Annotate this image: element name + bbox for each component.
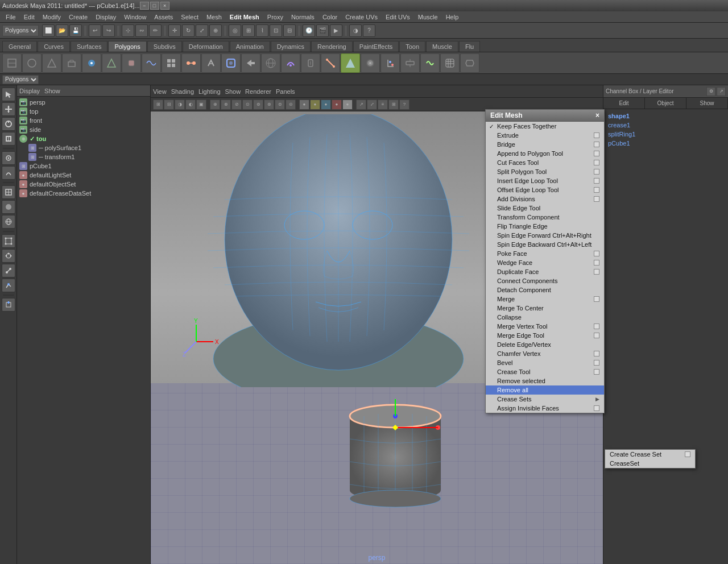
edit-mesh-item-8[interactable]: Add Divisions	[486, 194, 604, 204]
vp-btn-23[interactable]: ?	[399, 99, 410, 110]
vp-btn-10[interactable]: ⊚	[253, 99, 263, 110]
edit-mesh-item-0[interactable]: Keep Faces Together	[486, 122, 604, 131]
shelf-icon-4[interactable]	[62, 53, 81, 73]
lasso-button[interactable]: ∾	[135, 24, 148, 37]
vp-btn-22[interactable]: ⊞	[388, 99, 399, 110]
vp-renderer[interactable]: Renderer	[245, 88, 271, 95]
vp-btn-17[interactable]: ●	[332, 99, 342, 110]
edit-mesh-item-23[interactable]: Merge Edge Tool	[486, 331, 604, 340]
shelf-tab-painteffects[interactable]: PaintEffects	[353, 41, 399, 52]
edit-mesh-item-26[interactable]: Bevel	[486, 358, 604, 367]
edit-mesh-item-29[interactable]: Remove all	[486, 385, 604, 395]
vp-btn-21[interactable]: ≡	[378, 99, 388, 110]
menu-mesh[interactable]: Mesh	[203, 13, 225, 22]
tool-select[interactable]	[2, 88, 15, 101]
menu-assets[interactable]: Assets	[151, 13, 176, 22]
edit-mesh-item-22[interactable]: Merge Vertex Tool	[486, 322, 604, 331]
cb-tab-show[interactable]: Show	[686, 98, 728, 109]
menu-file[interactable]: File	[2, 13, 19, 22]
vp-btn-14[interactable]: ●	[299, 99, 309, 110]
shelf-icon-20[interactable]	[400, 53, 420, 73]
tool-snap[interactable]	[2, 151, 15, 165]
shelf-tab-subdivs[interactable]: Subdivs	[147, 41, 182, 52]
edit-mesh-item-24[interactable]: Delete Edge/Vertex	[486, 340, 604, 349]
menu-display[interactable]: Display	[92, 13, 119, 22]
help-button[interactable]: ?	[363, 24, 375, 37]
cb-tab-object[interactable]: Object	[645, 98, 686, 109]
shelf-tab-flu[interactable]: Flu	[459, 41, 480, 52]
shelf-tab-dynamics[interactable]: Dynamics	[271, 41, 311, 52]
shelf-icon-18[interactable]	[361, 53, 380, 73]
shelf-tab-curves[interactable]: Curves	[38, 41, 70, 52]
vp-btn-18[interactable]: ●	[342, 99, 353, 110]
outliner-item-transform[interactable]: ⊞ ─ transform1	[27, 152, 149, 161]
right-panel-dock[interactable]: ↗	[717, 87, 726, 96]
vp-btn-16[interactable]: ●	[321, 99, 331, 110]
shelf-icon-6[interactable]	[102, 53, 121, 73]
option-box-19[interactable]	[594, 296, 599, 302]
outliner-item-persp[interactable]: 📷 persp	[18, 98, 149, 107]
shelf-icon-12[interactable]	[221, 53, 241, 73]
outliner-item-polysurface[interactable]: ⊞ ─ polySurface1	[27, 143, 149, 152]
option-box-31[interactable]	[594, 405, 599, 411]
option-box-7[interactable]	[594, 187, 599, 193]
vp-btn-15[interactable]: ●	[310, 99, 320, 110]
outliner-item-defaultlightset[interactable]: ● defaultLightSet	[18, 171, 149, 180]
shelf-icon-21[interactable]	[420, 53, 440, 73]
vp-btn-5[interactable]: ▣	[196, 99, 206, 110]
shelf-icon-10[interactable]	[181, 53, 201, 73]
vp-btn-9[interactable]: ⊙	[242, 99, 253, 110]
vp-btn-1[interactable]: ⊞	[153, 99, 163, 110]
shelf-icon-19[interactable]	[380, 53, 400, 73]
option-box-22[interactable]	[594, 324, 599, 329]
option-box-1[interactable]	[594, 132, 599, 138]
snap-point-button[interactable]: ⊡	[270, 24, 282, 37]
restore-button[interactable]: □	[150, 2, 159, 10]
edit-mesh-item-31[interactable]: Assign Invisible Faces	[486, 404, 604, 413]
snap-grid-button[interactable]: ⊞	[242, 24, 255, 37]
vp-view[interactable]: View	[153, 88, 167, 95]
soft-select-button[interactable]: ◎	[229, 24, 241, 37]
edit-mesh-item-9[interactable]: Slide Edge Tool	[486, 204, 604, 213]
history-button[interactable]: 🕐	[303, 24, 315, 37]
minimize-button[interactable]: −	[140, 2, 149, 10]
close-button[interactable]: ×	[160, 2, 169, 10]
shelf-icon-9[interactable]	[162, 53, 181, 73]
edit-mesh-item-10[interactable]: Transform Component	[486, 213, 604, 222]
render-button[interactable]: 🎬	[316, 24, 329, 37]
shelf-icon-14[interactable]	[281, 53, 300, 73]
menu-window[interactable]: Window	[121, 13, 150, 22]
option-box-8[interactable]	[594, 196, 599, 202]
tool-show-solid[interactable]	[2, 200, 15, 214]
edit-mesh-item-6[interactable]: Insert Edge Loop Tool	[486, 176, 604, 185]
scale-button[interactable]: ⤢	[196, 24, 208, 37]
edit-mesh-item-17[interactable]: Connect Components	[486, 276, 604, 285]
shelf-icon-13[interactable]	[261, 53, 280, 73]
vp-panels[interactable]: Panels	[276, 88, 295, 95]
shelf-tab-surfaces[interactable]: Surfaces	[71, 41, 107, 52]
vp-btn-8[interactable]: ⊘	[231, 99, 242, 110]
undo-button[interactable]: ↩	[89, 24, 101, 37]
tool-lattice[interactable]	[2, 234, 15, 248]
shelf-tab-muscle[interactable]: Muscle	[426, 41, 458, 52]
shelf-icon-5[interactable]	[82, 53, 101, 73]
shelf-tab-deformation[interactable]: Deformation	[183, 41, 229, 52]
option-box-26[interactable]	[594, 360, 599, 366]
edit-mesh-item-12[interactable]: Spin Edge Forward Ctrl+Alt+Right	[486, 231, 604, 240]
save-button[interactable]: 💾	[69, 24, 82, 37]
vp-btn-13[interactable]: ⊝	[286, 99, 296, 110]
outliner-item-side[interactable]: 📷 side	[18, 125, 149, 134]
edit-mesh-item-11[interactable]: Flip Triangle Edge	[486, 222, 604, 231]
menu-edit-mesh[interactable]: Edit Mesh	[226, 13, 263, 22]
universal-manip-button[interactable]: ⊕	[209, 24, 222, 37]
edit-mesh-item-15[interactable]: Wedge Face	[486, 258, 604, 267]
shelf-tab-animation[interactable]: Animation	[230, 41, 270, 52]
edit-mesh-item-14[interactable]: Poke Face	[486, 249, 604, 258]
shelf-icon-22[interactable]	[440, 53, 460, 73]
option-box-16[interactable]	[594, 269, 599, 275]
menu-create-uvs[interactable]: Create UVs	[342, 13, 381, 22]
edit-mesh-item-19[interactable]: Merge	[486, 295, 604, 304]
edit-mesh-item-5[interactable]: Split Polygon Tool	[486, 167, 604, 176]
outliner-item-front[interactable]: 📷 front	[18, 116, 149, 125]
mode-select[interactable]: Polygons	[2, 25, 39, 36]
